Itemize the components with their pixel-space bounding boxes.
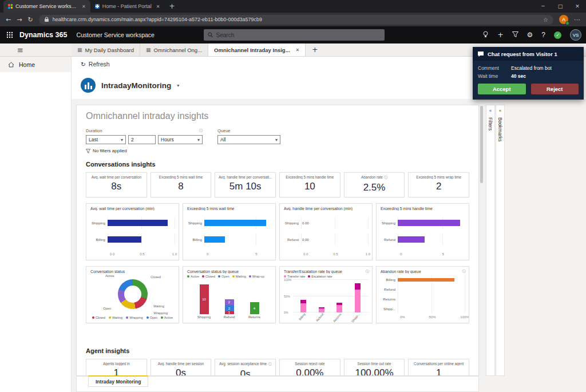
duration-unit-select[interactable]: Hours▾	[158, 135, 203, 144]
x-tick-label: 0	[207, 252, 208, 256]
search-input[interactable]	[216, 32, 381, 38]
duration-value-input[interactable]	[128, 135, 156, 144]
kpi-value: 8s	[88, 181, 145, 192]
browser-tab-customer-service[interactable]: Customer Service workspace ✕	[3, 0, 90, 13]
kpi-card: Agents logged in1	[86, 359, 147, 376]
chart-exceeding-wait-time[interactable]: Exceeding 5 mins wait timeShippingBillin…	[183, 203, 276, 260]
info-icon[interactable]: ⓘ	[462, 269, 466, 274]
tab-close-icon[interactable]: ✕	[82, 4, 86, 9]
info-icon[interactable]: ⓘ	[199, 128, 203, 133]
chart-abandon-rate-by-queue[interactable]: Abandon rate by queueBillingRefundReturn…	[376, 266, 469, 323]
expand-pane-icon[interactable]: «	[489, 108, 492, 113]
duration-operator-select[interactable]: Last▾	[86, 135, 126, 144]
info-icon[interactable]: ⓘ	[384, 175, 387, 180]
chevron-down-icon: ▾	[197, 137, 200, 142]
new-tab-button[interactable]: +	[169, 2, 175, 10]
chart-exceeding-handle-time[interactable]: Exceeding 5 mins handle timeShippingRefu…	[376, 203, 469, 260]
browser-menu-icon[interactable]: ⋯	[574, 16, 580, 23]
session-tab-ongoing[interactable]: ▦ Omnichannel Ong...	[140, 43, 208, 56]
gridline	[442, 233, 443, 246]
browser-tab-patient-portal[interactable]: Home - Patient Portal ✕	[90, 0, 165, 13]
kpi-value: 0s	[217, 369, 274, 376]
favorite-star-icon[interactable]: ☆	[543, 17, 548, 23]
filter-funnel-icon[interactable]	[512, 31, 518, 38]
accept-button[interactable]: Accept	[478, 84, 526, 94]
bar-category-label: Shipping	[90, 221, 108, 225]
queue-select[interactable]: All▾	[217, 135, 280, 144]
legend-dot	[146, 316, 149, 319]
x-tick-label: 5	[255, 252, 257, 256]
donut-category-label: Active	[105, 274, 114, 278]
chart-transfer-escalation-rate[interactable]: Transfer/Escalation rate by queueTransfe…	[279, 266, 373, 323]
lightbulb-icon[interactable]	[482, 31, 489, 39]
legend-item: Closed	[92, 316, 105, 319]
no-filters-indicator[interactable]: No filters applied	[86, 148, 469, 153]
donut-ring	[118, 279, 148, 309]
new-session-tab-button[interactable]: +	[306, 43, 324, 56]
presence-available-icon[interactable]: ✓	[554, 31, 561, 39]
forward-button[interactable]: →	[17, 16, 22, 23]
session-tab-label: My Daily Dashboard	[85, 47, 134, 53]
report-page-tab[interactable]: Intraday Monitoring	[88, 375, 148, 387]
maximize-button[interactable]: □	[552, 0, 569, 13]
x-axis-ticks: 05	[400, 252, 465, 257]
x-tick-label: 1.0	[172, 252, 177, 256]
info-icon[interactable]: ⓘ	[268, 362, 271, 367]
reject-button[interactable]: Reject	[531, 84, 579, 94]
chart-row-1: Avg. wait time per conversation (min)Shi…	[86, 203, 469, 260]
browser-tab-label: Customer Service workspace	[15, 3, 77, 9]
chart-avg-handle-time[interactable]: Avg. handle time per conversation (min)S…	[279, 203, 373, 260]
global-search[interactable]	[204, 29, 385, 41]
minimize-button[interactable]: ─	[534, 0, 552, 13]
info-icon[interactable]: ⓘ	[366, 269, 370, 274]
bar-row: Billing	[187, 235, 271, 244]
page-refresh-button[interactable]: ↻	[27, 16, 33, 23]
lock-icon	[44, 17, 49, 22]
help-icon[interactable]: ?	[541, 31, 545, 38]
profile-initial: A	[562, 17, 565, 22]
bar-row: Shipping	[187, 219, 271, 227]
legend-dot	[202, 275, 204, 278]
hamburger-menu-icon[interactable]: ≡	[0, 43, 72, 56]
legend-label: Active	[191, 275, 199, 278]
expand-pane-icon[interactable]: «	[499, 108, 502, 113]
refresh-button[interactable]: ↻ Refresh	[81, 61, 110, 68]
close-button[interactable]: ✕	[569, 0, 586, 13]
x-axis-ticks: 05	[207, 252, 271, 257]
kpi-value: 2	[410, 181, 467, 192]
back-button[interactable]: ←	[6, 16, 11, 23]
bookmarks-pane-collapsed[interactable]: « Bookmarks	[496, 105, 505, 376]
chart-conversation-status[interactable]: Conversation statusActiveClosedOpenWaiti…	[86, 266, 179, 323]
bar	[204, 220, 266, 226]
chart-avg-wait-time[interactable]: Avg. wait time per conversation (min)Shi…	[86, 203, 179, 260]
session-tab-daily-dashboard[interactable]: ▦ My Daily Dashboard	[72, 43, 140, 56]
legend-label: Active	[164, 316, 173, 319]
chart-title: Conversation status	[90, 270, 175, 274]
app-launcher-waffle-icon[interactable]	[0, 31, 19, 38]
sidebar-item-home[interactable]: Home	[0, 57, 71, 72]
chart-status-by-queue[interactable]: Conversation status by queueActiveClosed…	[183, 266, 276, 323]
kpi-card: Avg. handle time per session0s	[151, 359, 212, 376]
quick-create-plus-icon[interactable]: +	[497, 31, 503, 38]
bar-track	[108, 219, 175, 227]
select-value: All	[220, 137, 225, 142]
settings-gear-icon[interactable]: ⚙	[527, 31, 533, 38]
select-value: Hours	[161, 137, 174, 142]
filters-pane-collapsed[interactable]: « Filters	[486, 105, 495, 376]
scrollbar-thumb[interactable]	[480, 106, 483, 183]
brand-title[interactable]: Dynamics 365	[19, 31, 67, 39]
kpi-value: 10	[282, 181, 338, 192]
kpi-value: 0.00%	[282, 367, 338, 376]
legend-dot	[161, 316, 163, 319]
tab-close-icon[interactable]: ✕	[156, 4, 160, 9]
session-tab-intraday-insights[interactable]: Omnichannel Intraday Insig... ✕	[208, 43, 306, 56]
vertical-scrollbar[interactable]	[480, 105, 483, 376]
address-bar[interactable]: healthcare.crm.dynamics.com/main.aspx?ap…	[39, 15, 553, 25]
window-controls: ─ □ ✕	[534, 0, 586, 13]
tab-close-icon[interactable]: ✕	[296, 47, 300, 53]
browser-profile-avatar[interactable]: A	[559, 15, 568, 24]
user-avatar[interactable]: VS	[570, 29, 581, 41]
chevron-down-icon[interactable]: ▾	[177, 83, 179, 88]
legend-dot	[109, 316, 111, 319]
gridline	[175, 217, 175, 229]
